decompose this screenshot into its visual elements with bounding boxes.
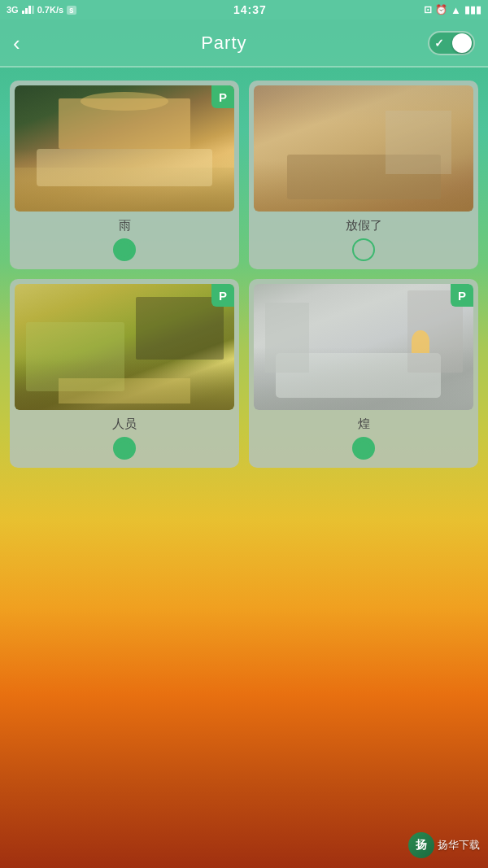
scene-grid: P 雨 放假了 P 人员 <box>0 68 488 481</box>
scene-card-candle[interactable]: P 煌 <box>249 279 478 468</box>
scene-image-vacation <box>254 85 473 212</box>
device-icon: ⊡ <box>424 4 432 15</box>
scene-label-rain: 雨 <box>119 218 131 233</box>
watermark-logo-text: 扬 <box>416 838 427 853</box>
clock-icon: ⏰ <box>435 4 447 15</box>
toggle-dot-candle <box>356 441 371 456</box>
scene-image-wrapper-rain: P <box>15 85 234 212</box>
scene-label-candle: 煌 <box>358 417 370 432</box>
scene-image-people <box>15 284 234 410</box>
status-time: 14:37 <box>233 3 267 16</box>
scene-toggle-candle[interactable] <box>352 437 375 460</box>
signal-bar-2 <box>25 8 28 14</box>
p-badge-rain: P <box>211 85 234 108</box>
signal-bar-1 <box>22 11 24 14</box>
p-badge-candle: P <box>451 284 473 307</box>
toggle-dot-people <box>117 441 132 456</box>
scene-image-wrapper-people: P <box>15 284 234 410</box>
header: ‹ Party ✓ <box>0 20 488 67</box>
signal-bars <box>22 6 34 14</box>
scene-label-people: 人员 <box>112 417 137 432</box>
status-bar: 3G 0.7K/s s 14:37 ⊡ ⏰ ▲ ▮▮▮ <box>0 0 488 20</box>
scene-image-rain <box>15 85 234 212</box>
wifi-icon: ▲ <box>451 4 461 16</box>
scene-image-candle <box>254 284 473 410</box>
scene-card-vacation[interactable]: 放假了 <box>249 81 478 269</box>
watermark-logo: 扬 <box>408 832 434 858</box>
watermark-text: 扬华下载 <box>438 838 480 853</box>
signal-bar-4 <box>32 6 34 14</box>
scene-image-wrapper-candle: P <box>254 284 473 410</box>
toggle-dot-rain <box>117 242 132 257</box>
scene-image-wrapper-vacation <box>254 85 473 212</box>
header-toggle[interactable]: ✓ <box>428 31 475 55</box>
toggle-knob <box>452 33 472 53</box>
signal-bar-3 <box>28 6 31 14</box>
status-right: ⊡ ⏰ ▲ ▮▮▮ <box>424 4 481 16</box>
battery-icon: ▮▮▮ <box>464 4 481 15</box>
status-left: 3G 0.7K/s s <box>7 5 76 15</box>
speed-label: 0.7K/s <box>37 5 63 15</box>
carrier-label: 3G <box>7 5 19 15</box>
scene-card-people[interactable]: P 人员 <box>10 279 239 468</box>
p-badge-people: P <box>211 284 234 307</box>
page-title: Party <box>201 33 246 54</box>
back-button[interactable]: ‹ <box>13 33 20 54</box>
toggle-switch[interactable]: ✓ <box>428 31 475 55</box>
watermark: 扬 扬华下载 <box>408 832 480 858</box>
scene-toggle-people[interactable] <box>113 437 136 460</box>
scene-toggle-vacation[interactable] <box>352 238 375 261</box>
toggle-check-icon: ✓ <box>434 37 444 50</box>
scene-card-rain[interactable]: P 雨 <box>10 81 239 269</box>
storage-label: s <box>67 6 76 15</box>
scene-toggle-rain[interactable] <box>113 238 136 261</box>
scene-label-vacation: 放假了 <box>346 218 382 233</box>
